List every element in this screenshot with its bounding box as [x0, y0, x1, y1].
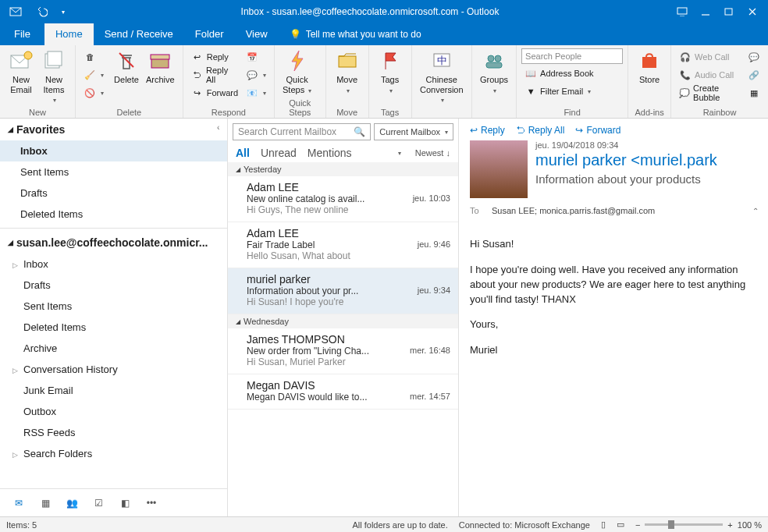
switch-notes-icon[interactable]: ◧ [117, 495, 133, 511]
folder-sent[interactable]: Sent Items [0, 296, 227, 317]
fav-sent[interactable]: Sent Items [0, 161, 227, 183]
qat-undo[interactable] [31, 3, 53, 20]
reply-all-button[interactable]: ⮌Reply All [188, 66, 241, 83]
delete-button[interactable]: Delete [110, 47, 143, 85]
rp-reply[interactable]: ↩Reply [470, 125, 505, 136]
chat-icon: 💬 [748, 51, 760, 63]
tab-file[interactable]: File [0, 23, 44, 45]
new-items-button[interactable]: New Items ▾ [37, 47, 70, 105]
im-button[interactable]: 💬▾ [243, 66, 269, 83]
filter-menu[interactable]: ▾ [398, 150, 401, 157]
fav-drafts[interactable]: Drafts [0, 183, 227, 204]
group-wednesday[interactable]: ◢Wednesday [228, 314, 458, 328]
rp-forward[interactable]: ↪Forward [575, 125, 620, 136]
create-bubble-button[interactable]: 💭Create Bubble [676, 84, 741, 101]
qat-customize[interactable]: ▾ [58, 3, 69, 20]
more-icon: 📧 [246, 87, 258, 99]
zoom-out-icon[interactable]: − [635, 520, 640, 530]
message-item-selected[interactable]: muriel parker Information about your pr.… [228, 268, 458, 314]
search-scope-dropdown[interactable]: Current Mailbox▾ [374, 123, 453, 140]
close-button[interactable] [741, 3, 763, 20]
header-expand-icon[interactable]: ⌃ [752, 207, 759, 215]
folder-deleted[interactable]: Deleted Items [0, 317, 227, 338]
chinese-conv-button[interactable]: 中 Chinese Conversion ▾ [417, 47, 467, 105]
folder-rss[interactable]: RSS Feeds [0, 422, 227, 443]
filter-unread[interactable]: Unread [261, 147, 297, 159]
folder-conversation[interactable]: ▷Conversation History [0, 359, 227, 380]
filter-all[interactable]: All [236, 147, 250, 159]
new-items-label: New Items [44, 75, 65, 94]
sort-newest[interactable]: Newest ↓ [415, 148, 450, 158]
switch-mail-icon[interactable]: ✉ [11, 495, 27, 511]
rainbow-extra3[interactable]: ▦ [745, 84, 763, 101]
folder-search[interactable]: ▷Search Folders [0, 443, 227, 464]
folder-inbox[interactable]: ▷Inbox [0, 254, 227, 275]
audio-call-button[interactable]: 📞Audio Call [676, 66, 741, 83]
forward-button[interactable]: ↪Forward [188, 84, 241, 101]
folder-outbox[interactable]: Outbox [0, 401, 227, 422]
group-yesterday[interactable]: ◢Yesterday [228, 162, 458, 176]
zoom-control[interactable]: − + 100 % [635, 520, 762, 530]
msg-subject: Fair Trade Label [247, 239, 315, 250]
view-normal-icon[interactable]: ▯ [601, 520, 606, 530]
folder-junk[interactable]: Junk Email [0, 380, 227, 401]
cleanup-button[interactable]: 🧹▾ [80, 66, 107, 83]
to-value: Susan LEE; monica.parris.fast@gmail.com [492, 206, 655, 215]
folder-archive[interactable]: Archive [0, 338, 227, 359]
switch-more-icon[interactable]: ••• [144, 495, 159, 511]
store-button[interactable]: Store [633, 47, 666, 85]
reply-button[interactable]: ↩Reply [188, 48, 241, 66]
junk-button[interactable]: 🚫▾ [80, 84, 107, 101]
tags-button[interactable]: Tags▾ [374, 47, 407, 94]
message-item[interactable]: Megan DAVIS Megan DAVIS would like to...… [228, 374, 458, 410]
tell-me[interactable]: 💡 Tell me what you want to do [279, 24, 432, 45]
body-p3: Yours, [470, 317, 759, 332]
msg-time: mer. 16:48 [410, 346, 450, 356]
zoom-in-icon[interactable]: + [727, 520, 732, 530]
body-p1: Hi Susan! [470, 237, 759, 252]
svg-rect-2 [725, 9, 732, 15]
rp-reply-all[interactable]: ⮌Reply All [516, 125, 565, 136]
favorites-header[interactable]: ◢Favorites [0, 119, 227, 140]
nav-collapse-caret[interactable]: ‹ [217, 123, 219, 132]
move-button[interactable]: Move▾ [331, 47, 364, 94]
message-item[interactable]: Adam LEE Fair Trade Labeljeu. 9:46 Hello… [228, 222, 458, 268]
tab-folder[interactable]: Folder [184, 23, 235, 45]
fav-inbox[interactable]: Inbox [0, 140, 227, 161]
rainbow-extra1[interactable]: 💬 [745, 48, 763, 66]
filter-mentions[interactable]: Mentions [308, 147, 352, 159]
new-email-label: New Email [10, 75, 32, 94]
svg-rect-15 [642, 57, 656, 68]
archive-button[interactable]: Archive [143, 47, 178, 85]
address-book-button[interactable]: 📖Address Book [521, 65, 623, 82]
search-people-input[interactable]: Search People [521, 48, 623, 64]
zoom-slider[interactable] [645, 523, 723, 526]
view-reading-icon[interactable]: ▭ [617, 520, 624, 530]
minimize-button[interactable] [695, 3, 716, 20]
tab-home[interactable]: Home [44, 23, 94, 45]
tab-view[interactable]: View [235, 23, 279, 45]
tab-send-receive[interactable]: Send / Receive [94, 23, 184, 45]
quick-steps-button[interactable]: Quick Steps ▾ [279, 47, 315, 94]
mailbox-search-input[interactable]: Search Current Mailbox 🔍 [233, 123, 371, 140]
maximize-button[interactable] [718, 3, 740, 20]
switch-people-icon[interactable]: 👥 [64, 495, 80, 511]
ribbon-options-icon[interactable] [671, 3, 693, 20]
rainbow-extra2[interactable]: 🔗 [745, 66, 763, 83]
web-call-button[interactable]: 🎧Web Call [676, 48, 741, 66]
lightning-icon [285, 48, 310, 73]
filter-email-button[interactable]: ▼Filter Email▾ [521, 83, 623, 100]
fav-deleted[interactable]: Deleted Items [0, 204, 227, 225]
switch-tasks-icon[interactable]: ☑ [91, 495, 106, 511]
more-respond-button[interactable]: 📧▾ [243, 84, 269, 101]
new-email-button[interactable]: New Email [5, 47, 37, 94]
switch-calendar-icon[interactable]: ▦ [37, 495, 53, 511]
account-header[interactable]: ◢susan.lee@coffeechocolate.onmicr... [0, 232, 227, 254]
message-item[interactable]: James THOMPSON New order from "Living Ch… [228, 328, 458, 374]
meeting-button[interactable]: 📅 [243, 48, 269, 66]
groups-button[interactable]: Groups▾ [477, 47, 511, 94]
message-item[interactable]: Adam LEE New online catalog is avail...j… [228, 176, 458, 222]
group-new: New Email New Items ▾ New [0, 45, 76, 118]
folder-drafts[interactable]: Drafts [0, 275, 227, 296]
ignore-button[interactable]: 🗑 [80, 48, 107, 66]
